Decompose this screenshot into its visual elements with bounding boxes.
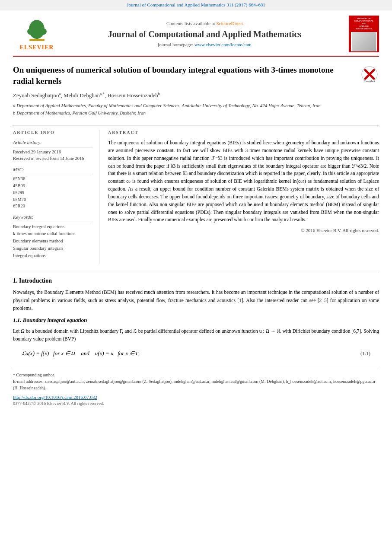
sciencedirect-link[interactable]: ScienceDirect [216,21,243,26]
elsevier-logo: ELSEVIER [13,16,61,52]
journal-header-title: Journal of Computational and Applied Mat… [66,29,344,40]
introduction-title: 1. Introduction [13,277,379,285]
cover-image-visual [352,32,376,51]
subsection-title: 1.1. Boundary integral equation [13,316,379,324]
history-label: Article history: [13,139,92,147]
journal-url-bar: Journal of Computational and Applied Mat… [0,0,392,10]
two-column-section: ARTICLE INFO Article history: Received 2… [13,125,379,264]
cover-image-area [351,32,377,51]
svg-point-2 [27,28,36,35]
abstract-heading: ABSTRACT [108,130,379,136]
article-history-section: Article history: Received 29 January 201… [13,139,92,162]
affiliation-a: a Department of Applied Mathematics, Fac… [13,102,351,109]
journal-header: ELSEVIER Contents lists available at Sci… [13,10,379,57]
msc-code-3: 65M70 [13,196,92,203]
journal-header-center: Contents lists available at ScienceDirec… [66,20,344,48]
contents-available-text: Contents lists available at ScienceDirec… [66,20,344,27]
article-info-heading: ARTICLE INFO [13,130,92,136]
email-addresses: E-mail addresses: z.sedaqatjoo@aut.ac.ir… [13,378,379,391]
msc-code-1: 45B05 [13,182,92,189]
cover-title: JOURNAL OFCOMPUTATIONALANDAPPLIEDMATHEMA… [354,17,374,30]
journal-page: ELSEVIER Contents lists available at Sci… [0,10,392,420]
keywords-section: Keywords: Boundary integral equations k-… [13,214,92,259]
issn-line: 0377-0427/© 2016 Elsevier B.V. All right… [13,401,379,407]
received-revised-date: Received in revised form 14 June 2016 [13,155,92,162]
corresponding-author-note: * Corresponding author. [13,372,379,378]
keyword-3: Singular boundary integrals [13,245,92,252]
introduction-section: 1. Introduction Nowadays, the Boundary E… [13,272,379,361]
article-title-section: On uniqueness of numerical solution of b… [13,57,379,121]
msc-code-4: 65R20 [13,203,92,210]
article-title-content: On uniqueness of numerical solution of b… [13,64,351,116]
received-date: Received 29 January 2016 [13,149,92,156]
svg-text:CrossMark: CrossMark [363,80,375,83]
author-list: Zeynab Sedaghatjooa, Mehdi Dehghana,*, H… [13,92,160,99]
affiliation-b: b Department of Mathematics, Persian Gul… [13,109,351,117]
elsevier-brand-text: ELSEVIER [20,43,54,52]
msc-code-0: 65N38 [13,175,92,182]
svg-point-3 [38,28,47,35]
equation-1-1: ℒu(x) = f(x) for x ∈ Ω and u(x) = ū for … [13,346,379,361]
journal-url-text: Journal of Computational and Applied Mat… [127,2,265,7]
article-title: On uniqueness of numerical solution of b… [13,64,351,86]
intro-paragraph-2: Let Ω be a bounded domain with Lipschitz… [13,327,379,343]
journal-homepage-line: journal homepage: www.elsevier.com/locat… [66,41,344,48]
doi-line: http://dx.doi.org/10.1016/j.cam.2016.07.… [13,394,379,401]
crossmark-icon: CrossMark [361,66,378,83]
crossmark-logo[interactable]: CrossMark [360,64,379,84]
homepage-link[interactable]: www.elsevier.com/locate/cam [194,42,252,47]
msc-label: MSC: [13,166,92,174]
article-info-column: ARTICLE INFO Article history: Received 2… [13,130,99,264]
keyword-0: Boundary integral equations [13,223,92,231]
keyword-2: Boundary elements method [13,238,92,245]
elsevier-tree-icon [21,16,53,42]
abstract-text: The uniqueness of solution of boundary i… [108,139,379,224]
doi-link[interactable]: http://dx.doi.org/10.1016/j.cam.2016.07.… [13,395,97,400]
svg-rect-4 [29,39,45,41]
subsection-label: Boundary integral equation [23,317,87,323]
keyword-1: k-times monotone radial functions [13,230,92,238]
article-authors: Zeynab Sedaghatjooa, Mehdi Dehghana,*, H… [13,91,351,100]
keywords-label: Keywords: [13,214,92,222]
footnote-section: * Corresponding author. E-mail addresses… [13,368,379,407]
msc-code-2: 65299 [13,189,92,196]
msc-section: MSC: 65N38 45B05 65299 65M70 65R20 [13,166,92,210]
keyword-4: Integral equations [13,252,92,260]
copyright-line: © 2016 Elsevier B.V. All rights reserved… [108,227,379,234]
subsection-number: 1.1. [13,317,22,323]
abstract-column: ABSTRACT The uniqueness of solution of b… [108,130,379,264]
author-affiliations: a Department of Applied Mathematics, Fac… [13,102,351,116]
equation-number: (1.1) [360,350,370,357]
journal-cover-image: JOURNAL OFCOMPUTATIONALANDAPPLIEDMATHEMA… [349,16,379,52]
equation-content: ℒu(x) = f(x) for x ∈ Ω and u(x) = ū for … [22,350,140,357]
intro-paragraph-1: Nowadays, the Boundary Elements Method (… [13,288,379,312]
